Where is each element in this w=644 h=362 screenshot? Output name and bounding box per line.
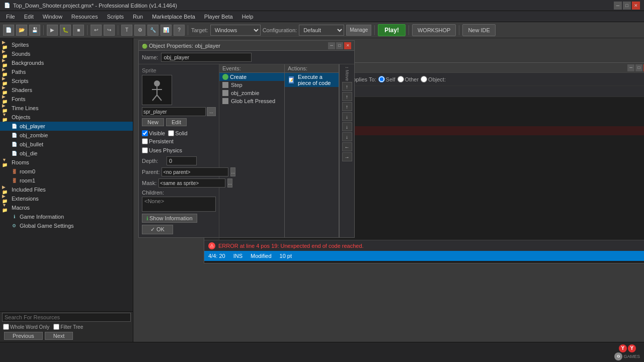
tb-misc1[interactable]: T — [121, 25, 132, 36]
tree-obj-player[interactable]: 📄 obj_player — [0, 122, 133, 131]
event-obj-zombie[interactable]: obj_zombie — [219, 89, 284, 97]
tree-sounds[interactable]: ▶📁 Sounds — [0, 49, 133, 58]
sprite-browse-button[interactable]: ... — [207, 107, 216, 116]
tb-undo[interactable]: ↩ — [91, 25, 102, 36]
tree-scripts[interactable]: ▶📁 Scripts — [0, 76, 133, 85]
depth-input[interactable] — [167, 156, 197, 165]
move-down2-btn[interactable]: ↓ — [342, 122, 352, 131]
tree-extensions[interactable]: ▶📁 Extensions — [0, 194, 133, 203]
play-button[interactable]: Play! — [378, 24, 406, 36]
tb-save[interactable]: 💾 — [29, 25, 40, 36]
tb-stop[interactable]: ■ — [73, 25, 84, 36]
maximize-button[interactable]: □ — [623, 2, 631, 10]
move-down3-btn[interactable]: ↓ — [342, 132, 352, 141]
obj-props-close[interactable]: ✕ — [344, 42, 351, 49]
tree-paths[interactable]: ▶📁 Paths — [0, 67, 133, 76]
tb-misc2[interactable]: ⚙ — [134, 25, 145, 36]
tb-misc4[interactable]: 📊 — [160, 25, 172, 36]
tb-misc3[interactable]: 🔧 — [147, 25, 158, 36]
menu-resources[interactable]: Resources — [67, 13, 102, 21]
event-glob-left-pressed[interactable]: Glob Left Pressed — [219, 97, 284, 105]
ok-button[interactable]: ✓ OK — [142, 225, 173, 234]
tb-misc5[interactable]: ? — [174, 25, 185, 36]
next-button[interactable]: Next — [45, 332, 73, 340]
filter-tree-checkbox[interactable] — [53, 324, 59, 330]
event-create[interactable]: Create — [219, 73, 284, 81]
other-radio[interactable] — [397, 76, 404, 82]
uses-physics-checkbox[interactable] — [142, 147, 148, 153]
config-select[interactable]: Default — [299, 25, 344, 36]
tree-sprites[interactable]: ▶📁 Sprites — [0, 40, 133, 49]
tb-redo[interactable]: ↪ — [104, 25, 115, 36]
visible-checkbox[interactable] — [142, 130, 148, 136]
solid-checkbox[interactable] — [168, 130, 174, 136]
tb-new[interactable]: 📄 — [3, 25, 14, 36]
obj-props-minimize[interactable]: ─ — [328, 42, 335, 49]
tree-room0[interactable]: 🚪 room0 — [0, 167, 133, 176]
mask-input[interactable] — [158, 178, 225, 188]
parent-input[interactable] — [162, 167, 228, 176]
other-radio-label: Other — [397, 76, 419, 82]
tree-rooms[interactable]: ▼📁 Rooms — [0, 158, 133, 167]
previous-button[interactable]: Previous — [4, 332, 43, 340]
move-up3-btn[interactable]: ↑ — [342, 102, 352, 111]
children-label: Children: — [142, 190, 216, 196]
tree-global-settings[interactable]: ⚙ Global Game Settings — [0, 221, 133, 230]
tree-room1[interactable]: 🚪 room1 — [0, 176, 133, 185]
tree-game-info[interactable]: ℹ Game Information — [0, 212, 133, 221]
tree-fonts[interactable]: ▶📁 Fonts — [0, 95, 133, 104]
tb-open[interactable]: 📂 — [16, 25, 27, 36]
edit-sprite-button[interactable]: Edit — [166, 118, 187, 126]
tree-objects[interactable]: ▼📁 Objects — [0, 113, 133, 122]
whole-word-checkbox[interactable] — [3, 324, 9, 330]
object-radio[interactable] — [421, 76, 427, 82]
code-editor-minimize[interactable]: ─ — [627, 64, 634, 71]
persistent-checkbox-label: Persistent — [142, 138, 174, 144]
menu-run[interactable]: Run — [129, 13, 147, 21]
menu-scripts[interactable]: Scripts — [103, 13, 128, 21]
menu-edit[interactable]: Edit — [20, 13, 38, 21]
menu-marketplace[interactable]: Marketplace Beta — [148, 13, 199, 21]
event-step[interactable]: Step — [219, 81, 284, 89]
move-up-btn[interactable]: ↑ — [342, 82, 352, 91]
close-button[interactable]: ✕ — [632, 2, 640, 10]
menubar: File Edit Window Resources Scripts Run M… — [0, 11, 644, 22]
tree-timelines[interactable]: ▶📁 Time Lines — [0, 104, 133, 113]
sprite-name-input[interactable] — [142, 107, 206, 116]
menu-file[interactable]: File — [2, 13, 19, 21]
minimize-button[interactable]: ─ — [614, 2, 622, 10]
move-down-btn[interactable]: ↓ — [342, 112, 352, 121]
show-info-button[interactable]: ℹ Show Information — [142, 214, 197, 223]
new-sprite-button[interactable]: New — [142, 118, 164, 126]
target-select[interactable]: Windows — [210, 25, 261, 36]
sprite-preview — [142, 75, 172, 105]
code-editor-maximize[interactable]: □ — [635, 64, 642, 71]
action-execute-code[interactable]: 📝 Execute a piece of code — [285, 73, 339, 87]
tree-obj-zombie[interactable]: 📄 obj_zombie — [0, 131, 133, 140]
menu-help[interactable]: Help — [238, 13, 258, 21]
move-right-btn[interactable]: → — [342, 152, 352, 161]
new-ide-button[interactable]: New IDE — [462, 24, 495, 36]
obj-props-maximize[interactable]: □ — [336, 42, 343, 49]
tb-run[interactable]: ▶ — [47, 25, 58, 36]
workshop-button[interactable]: WORKSHOP — [412, 24, 456, 36]
tree-backgrounds[interactable]: ▶📁 Backgrounds — [0, 58, 133, 67]
menu-window[interactable]: Window — [39, 13, 66, 21]
move-left-btn[interactable]: ← — [342, 142, 352, 151]
name-input[interactable] — [161, 53, 252, 62]
tree-shaders[interactable]: ▶📁 Shaders — [0, 85, 133, 95]
self-radio[interactable] — [378, 76, 385, 82]
search-input[interactable] — [2, 313, 131, 322]
manage-button[interactable]: Manage — [346, 25, 371, 36]
tree-macros[interactable]: ▼📁 Macros — [0, 203, 133, 212]
menu-player-beta[interactable]: Player Beta — [200, 13, 237, 21]
tb-debug[interactable]: 🐛 — [60, 25, 71, 36]
tree-obj-bullet[interactable]: 📄 obj_bullet — [0, 140, 133, 149]
tree-included-files[interactable]: ▶📁 Included Files — [0, 185, 133, 194]
persistent-checkbox[interactable] — [142, 138, 148, 144]
events-panel: Events: Create Step obj_zombie — [219, 64, 285, 237]
tb-sep3 — [118, 25, 118, 35]
move-up2-btn[interactable]: ↑ — [342, 92, 352, 101]
titlebar-controls: ─ □ ✕ — [614, 2, 640, 10]
tree-obj-die[interactable]: 📄 obj_die — [0, 149, 133, 158]
